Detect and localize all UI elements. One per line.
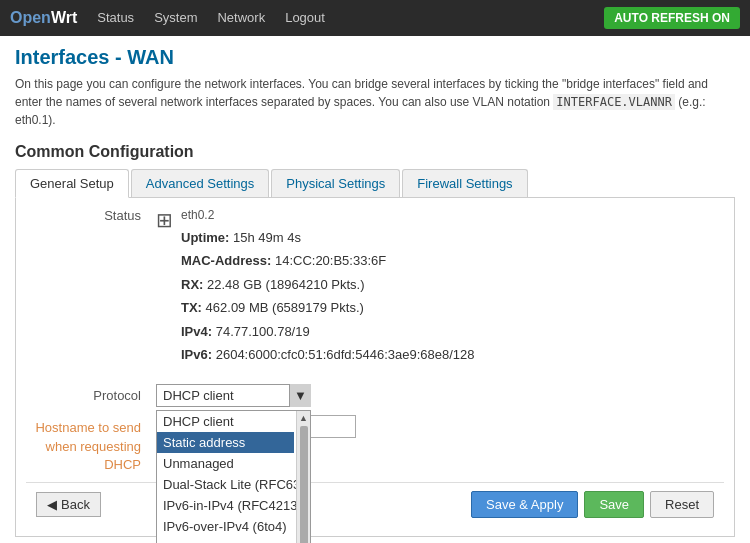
option-static-address[interactable]: Static address <box>157 432 294 453</box>
dropdown-scroll-container: DHCP client Static address Unmanaged Dua… <box>157 411 310 543</box>
nav-network[interactable]: Network <box>207 0 275 36</box>
nav-system[interactable]: System <box>144 0 207 36</box>
tab-content: Status ⊞ eth0.2 Uptime: 15h 49m 4s MAC-A… <box>15 198 735 537</box>
scroll-up-arrow[interactable]: ▲ <box>299 413 308 423</box>
protocol-row: Protocol DHCP client ▼ DHCP client Stati… <box>26 384 724 407</box>
page-title: Interfaces - WAN <box>15 46 735 69</box>
bottom-bar: ◀ Back Save & Apply Save Reset <box>26 482 724 526</box>
status-eth: eth0.2 <box>181 208 475 222</box>
reset-button[interactable]: Reset <box>650 491 714 518</box>
option-dual-stack-lite[interactable]: Dual-Stack Lite (RFC6333) <box>157 474 294 495</box>
status-ipv6: IPv6: 2604:6000:cfc0:51:6dfd:5446:3ae9:6… <box>181 343 475 366</box>
option-dhcp-client[interactable]: DHCP client <box>157 411 294 432</box>
tab-advanced-settings[interactable]: Advanced Settings <box>131 169 269 197</box>
protocol-label: Protocol <box>26 384 156 403</box>
tabs: General Setup Advanced Settings Physical… <box>15 169 735 198</box>
scroll-thumb[interactable] <box>300 426 308 543</box>
option-ipv6-over-ipv4-6rd[interactable]: IPv6-over-IPv4 (6rd) <box>157 537 294 543</box>
tab-general-setup[interactable]: General Setup <box>15 169 129 198</box>
back-button[interactable]: ◀ Back <box>36 492 101 517</box>
hostname-label: Hostname to send when requesting DHCP <box>26 415 156 474</box>
save-apply-button[interactable]: Save & Apply <box>471 491 578 518</box>
protocol-select-wrapper: DHCP client ▼ DHCP client Static address… <box>156 384 311 407</box>
page-description: On this page you can configure the netwo… <box>15 75 735 129</box>
status-ipv4: IPv4: 74.77.100.78/19 <box>181 320 475 343</box>
status-tx: TX: 462.09 MB (6589179 Pkts.) <box>181 296 475 319</box>
option-ipv6-in-ipv4[interactable]: IPv6-in-IPv4 (RFC4213) <box>157 495 294 516</box>
dropdown-scrollbar[interactable]: ▲ ▼ <box>296 411 310 543</box>
protocol-dropdown: DHCP client Static address Unmanaged Dua… <box>156 410 311 543</box>
option-ipv6-over-ipv4-6to4[interactable]: IPv6-over-IPv4 (6to4) <box>157 516 294 537</box>
content: Interfaces - WAN On this page you can co… <box>0 36 750 543</box>
option-unmanaged[interactable]: Unmanaged <box>157 453 294 474</box>
protocol-value: DHCP client ▼ DHCP client Static address… <box>156 384 724 407</box>
status-rx: RX: 22.48 GB (18964210 Pkts.) <box>181 273 475 296</box>
back-icon: ◀ <box>47 497 57 512</box>
status-section: Status ⊞ eth0.2 Uptime: 15h 49m 4s MAC-A… <box>26 208 724 366</box>
save-button[interactable]: Save <box>584 491 644 518</box>
hostname-row: Hostname to send when requesting DHCP <box>26 415 724 474</box>
status-uptime: Uptime: 15h 49m 4s <box>181 226 475 249</box>
status-mac: MAC-Address: 14:CC:20:B5:33:6F <box>181 249 475 272</box>
section-title: Common Configuration <box>15 143 735 161</box>
logo: OpenWrt <box>10 9 77 27</box>
nav-status[interactable]: Status <box>87 0 144 36</box>
tab-physical-settings[interactable]: Physical Settings <box>271 169 400 197</box>
vlan-notation: INTERFACE.VLANNR <box>553 94 675 110</box>
auto-refresh-badge[interactable]: AUTO REFRESH ON <box>604 7 740 29</box>
protocol-select-arrow[interactable]: ▼ <box>289 384 311 407</box>
dropdown-options: DHCP client Static address Unmanaged Dua… <box>157 411 310 543</box>
status-value: ⊞ eth0.2 Uptime: 15h 49m 4s MAC-Address:… <box>156 208 724 366</box>
network-icon: ⊞ <box>156 208 173 232</box>
nav-logout[interactable]: Logout <box>275 0 335 36</box>
protocol-select-container: DHCP client ▼ <box>156 384 311 407</box>
protocol-current[interactable]: DHCP client <box>156 384 311 407</box>
status-label: Status <box>26 208 156 366</box>
tab-firewall-settings[interactable]: Firewall Settings <box>402 169 527 197</box>
header: OpenWrt Status System Network Logout AUT… <box>0 0 750 36</box>
